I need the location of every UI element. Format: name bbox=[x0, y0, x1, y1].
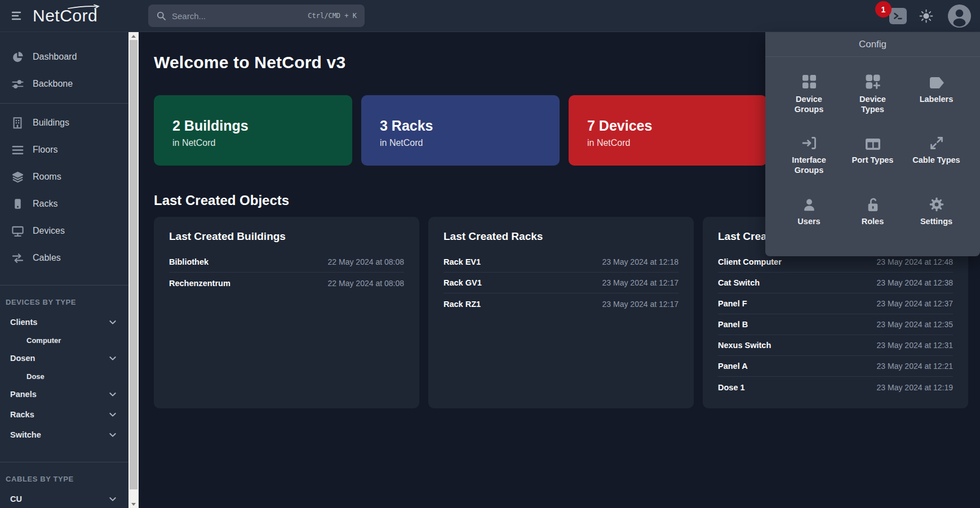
sidebar-item-label: Racks bbox=[33, 199, 57, 209]
sun-icon bbox=[919, 9, 933, 23]
config-item-interface-groups[interactable]: Interface Groups bbox=[779, 133, 839, 175]
list-item[interactable]: Rechenzentrum 22 May 2024 at 08:08 bbox=[169, 273, 404, 293]
sidebar-item-label: Cables bbox=[33, 253, 61, 263]
stat-sub: in NetCord bbox=[380, 138, 560, 148]
sidebar-item-label: Dashboard bbox=[33, 52, 77, 62]
sidebar-item-cu[interactable]: CU bbox=[0, 489, 128, 508]
list-item[interactable]: Rack GV1 23 May 2024 at 12:17 bbox=[444, 273, 679, 293]
config-item-users[interactable]: Users bbox=[779, 194, 839, 226]
object-name: Client Computer bbox=[718, 257, 782, 266]
object-name: Rack RZ1 bbox=[444, 300, 481, 309]
hamburger-menu-icon[interactable] bbox=[9, 7, 26, 24]
list-item[interactable]: Cat Switch 23 May 2024 at 12:38 bbox=[718, 273, 953, 293]
search-bar[interactable]: Ctrl/CMD + K bbox=[148, 5, 365, 27]
config-item-label: Users bbox=[797, 216, 820, 226]
object-timestamp: 23 May 2024 at 12:17 bbox=[602, 278, 679, 287]
object-timestamp: 22 May 2024 at 08:08 bbox=[328, 257, 404, 266]
stat-headline: 2 Buildings bbox=[172, 118, 352, 134]
object-name: Rechenzentrum bbox=[169, 279, 230, 288]
config-item-settings[interactable]: Settings bbox=[906, 194, 966, 226]
config-item-label: Roles bbox=[862, 216, 884, 226]
search-input[interactable] bbox=[172, 11, 308, 21]
cables-icon bbox=[11, 251, 24, 265]
sidebar-item-cables[interactable]: Cables bbox=[0, 244, 128, 271]
config-item-roles[interactable]: Roles bbox=[842, 194, 903, 226]
sidebar-item-racks-type[interactable]: Racks bbox=[0, 404, 128, 425]
stat-sub: in NetCord bbox=[587, 138, 767, 148]
object-name: Panel B bbox=[718, 320, 748, 329]
stat-card-devices[interactable]: 7 Devices in NetCord bbox=[569, 95, 767, 166]
sidebar-item-label: Rooms bbox=[33, 172, 61, 182]
unlock-icon bbox=[866, 194, 880, 212]
sidebar-item-rooms[interactable]: Rooms bbox=[0, 163, 128, 190]
list-item[interactable]: Panel B 23 May 2024 at 12:35 bbox=[718, 314, 953, 335]
config-item-device-types[interactable]: Device Types bbox=[842, 72, 903, 114]
logo-arrow-icon bbox=[67, 4, 102, 11]
scrollbar-thumb[interactable] bbox=[130, 40, 138, 489]
sidebar-item-computer[interactable]: Computer bbox=[0, 332, 128, 348]
sidebar-item-dose[interactable]: Dose bbox=[0, 368, 128, 384]
type-item-label: Switche bbox=[10, 430, 41, 439]
sidebar-item-buildings[interactable]: Buildings bbox=[0, 109, 128, 136]
notification-badge[interactable]: 1 bbox=[875, 1, 892, 17]
user-icon bbox=[802, 194, 817, 212]
chevron-down-icon bbox=[108, 354, 117, 363]
list-item[interactable]: Bibliothek 22 May 2024 at 08:08 bbox=[169, 252, 404, 273]
sidebar-item-racks[interactable]: Racks bbox=[0, 190, 128, 217]
stat-card-buildings[interactable]: 2 Buildings in NetCord bbox=[154, 95, 352, 166]
panel-last-created-buildings: Last Created Buildings Bibliothek 22 May… bbox=[154, 217, 419, 408]
config-item-cable-types[interactable]: Cable Types bbox=[906, 133, 966, 175]
sidebar-item-dashboard[interactable]: Dashboard bbox=[0, 43, 128, 70]
sidebar-item-dosen[interactable]: Dosen bbox=[0, 348, 128, 368]
object-name: Dose 1 bbox=[718, 383, 745, 392]
scrollbar-up-arrow[interactable] bbox=[128, 32, 139, 40]
object-timestamp: 23 May 2024 at 12:31 bbox=[877, 341, 953, 350]
object-name: Cat Switch bbox=[718, 278, 760, 287]
sidebar-item-devices[interactable]: Devices bbox=[0, 217, 128, 244]
list-item[interactable]: Panel F 23 May 2024 at 12:37 bbox=[718, 293, 953, 314]
monitor-icon bbox=[11, 224, 24, 238]
config-item-port-types[interactable]: Port Types bbox=[842, 133, 903, 175]
object-timestamp: 23 May 2024 at 12:18 bbox=[602, 257, 679, 266]
sidebar-scrollbar[interactable] bbox=[128, 32, 139, 508]
config-item-labelers[interactable]: Labelers bbox=[906, 72, 966, 114]
object-timestamp: 23 May 2024 at 12:19 bbox=[877, 383, 953, 392]
sidebar-item-floors[interactable]: Floors bbox=[0, 136, 128, 163]
config-item-label: Labelers bbox=[920, 94, 954, 104]
type-item-label: Panels bbox=[10, 390, 37, 399]
list-item[interactable]: Panel A 23 May 2024 at 12:21 bbox=[718, 356, 953, 377]
theme-toggle-button[interactable] bbox=[919, 9, 933, 23]
chevron-down-icon bbox=[108, 494, 117, 503]
sidebar-divider bbox=[0, 103, 128, 104]
sidebar: Dashboard Backbone Buildings bbox=[0, 32, 128, 508]
list-item[interactable]: Dose 1 23 May 2024 at 12:19 bbox=[718, 377, 953, 398]
search-shortcut-hint: Ctrl/CMD + K bbox=[308, 12, 357, 20]
stat-headline: 7 Devices bbox=[587, 118, 767, 134]
panel-last-created-racks: Last Created Racks Rack EV1 23 May 2024 … bbox=[428, 217, 694, 408]
object-name: Rack EV1 bbox=[444, 257, 481, 266]
panel-title: Last Created Racks bbox=[444, 230, 679, 243]
split-window-icon bbox=[864, 133, 881, 151]
config-item-device-groups[interactable]: Device Groups bbox=[779, 72, 839, 114]
stat-card-racks[interactable]: 3 Racks in NetCord bbox=[361, 95, 560, 166]
object-name: Rack GV1 bbox=[444, 278, 482, 287]
terminal-button[interactable] bbox=[889, 8, 907, 24]
list-item[interactable]: Nexus Switch 23 May 2024 at 12:31 bbox=[718, 335, 953, 356]
scrollbar-down-arrow[interactable] bbox=[128, 500, 139, 508]
avatar[interactable] bbox=[948, 5, 971, 28]
list-item[interactable]: Rack EV1 23 May 2024 at 12:18 bbox=[444, 252, 679, 273]
login-arrow-icon bbox=[801, 133, 818, 151]
sidebar-item-label: Devices bbox=[33, 226, 65, 236]
sidebar-item-clients[interactable]: Clients bbox=[0, 312, 128, 332]
sidebar-item-label: Buildings bbox=[33, 118, 69, 128]
config-item-label: Interface Groups bbox=[785, 155, 833, 175]
sidebar-item-backbone[interactable]: Backbone bbox=[0, 70, 128, 97]
chevron-down-icon bbox=[108, 430, 117, 439]
sidebar-item-panels[interactable]: Panels bbox=[0, 384, 128, 404]
sidebar-item-switche[interactable]: Switche bbox=[0, 425, 128, 445]
list-item[interactable]: Rack RZ1 23 May 2024 at 12:17 bbox=[444, 293, 679, 314]
config-dropdown: Config Device Groups Device Types bbox=[765, 32, 980, 256]
app-logo[interactable]: NetCord bbox=[33, 6, 101, 25]
chevron-down-icon bbox=[108, 318, 117, 327]
floors-icon bbox=[11, 143, 24, 157]
